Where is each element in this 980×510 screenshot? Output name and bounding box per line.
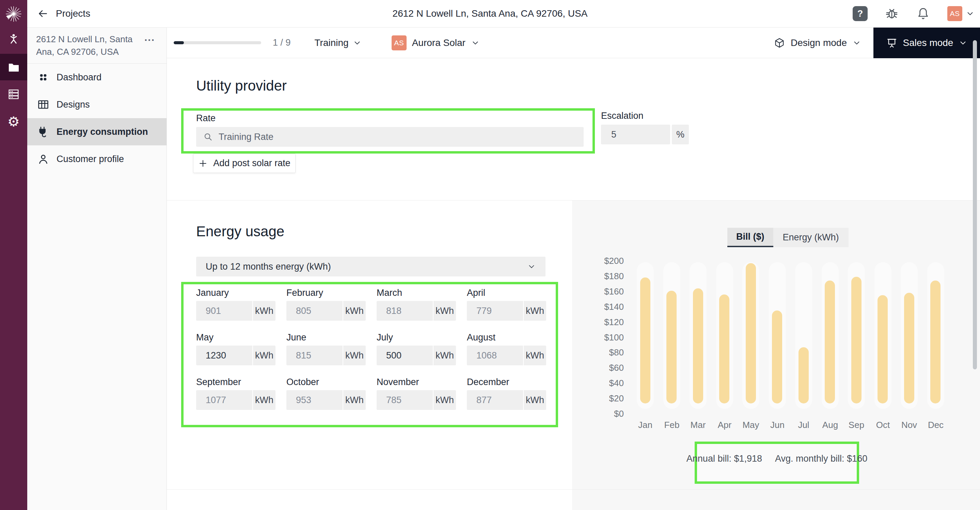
rail-library-item[interactable] xyxy=(0,81,27,108)
chevron-down-icon xyxy=(527,262,536,271)
month-label: May xyxy=(196,332,286,343)
kwh-unit-suffix: kWh xyxy=(524,390,546,410)
sidebar-item-label: Customer profile xyxy=(57,154,124,164)
kwh-unit-suffix: kWh xyxy=(433,301,456,321)
x-axis-tick-label: Oct xyxy=(870,420,896,431)
y-axis-tick-label: $80 xyxy=(572,347,624,357)
training-dropdown[interactable]: Training xyxy=(315,37,362,48)
add-post-solar-rate-label: Add post solar rate xyxy=(213,158,290,168)
sales-mode-button[interactable]: Sales mode xyxy=(873,28,980,58)
plus-icon xyxy=(198,159,208,168)
vertical-scrollbar[interactable] xyxy=(973,40,977,369)
y-axis-tick-label: $200 xyxy=(572,256,624,266)
month-value-input[interactable]: 1077 xyxy=(196,390,252,410)
month-value-input[interactable]: 901 xyxy=(196,301,252,321)
month-label: April xyxy=(467,288,557,298)
chevron-down-icon xyxy=(471,38,480,47)
designs-grid-icon xyxy=(37,98,50,111)
x-axis-tick-label: Aug xyxy=(817,420,843,431)
design-mode-dropdown[interactable]: Design mode xyxy=(761,28,873,58)
month-value-input[interactable]: 500 xyxy=(377,346,433,365)
plug-icon xyxy=(37,125,50,138)
more-options-icon[interactable]: ... xyxy=(145,32,155,43)
left-rail: ⚙ xyxy=(0,28,27,510)
x-axis: JanFebMarAprMayJunJulAugSepOctNovDec xyxy=(632,420,949,431)
x-axis-tick-label: Jun xyxy=(764,420,791,431)
month-value-input[interactable]: 1230 xyxy=(196,346,252,365)
x-axis-tick-label: Jan xyxy=(632,420,659,431)
month-field-september: September1077kWh xyxy=(196,377,286,410)
kwh-unit-suffix: kWh xyxy=(524,346,546,365)
help-icon[interactable]: ? xyxy=(853,6,868,21)
sidebar-item-energy-consumption[interactable]: Energy consumption xyxy=(27,118,167,145)
chevron-down-icon xyxy=(959,38,967,47)
y-axis-tick-label: $180 xyxy=(572,271,624,281)
month-value-input[interactable]: 877 xyxy=(467,390,523,410)
tab-bill[interactable]: Bill ($) xyxy=(727,228,773,247)
month-value-input[interactable]: 815 xyxy=(286,346,342,365)
energy-period-value: Up to 12 months energy (kWh) xyxy=(206,262,331,272)
month-value-input[interactable]: 818 xyxy=(377,301,433,321)
month-value-input[interactable]: 805 xyxy=(286,301,342,321)
project-header: 2612 N Lowell Ln, Santa Ana, CA 92706, U… xyxy=(27,28,167,64)
month-field-may: May1230kWh xyxy=(196,332,286,365)
kwh-unit-suffix: kWh xyxy=(253,301,275,321)
app-window: Projects 2612 N Lowell Ln, Santa Ana, CA… xyxy=(0,0,980,510)
month-label: June xyxy=(286,332,377,343)
y-axis-tick-label: $40 xyxy=(572,378,624,388)
month-field-june: June815kWh xyxy=(286,332,377,365)
rate-search-input[interactable]: Training Rate xyxy=(196,127,584,147)
aurora-logo[interactable] xyxy=(0,0,27,28)
org-dropdown[interactable]: AS Aurora Solar xyxy=(391,35,480,50)
chart-panel: Bill ($) Energy (kWh) $200$180$160$140$1… xyxy=(572,200,980,489)
month-field-january: January901kWh xyxy=(196,288,286,321)
sidebar-item-designs[interactable]: Designs xyxy=(27,91,167,118)
search-icon xyxy=(203,132,213,142)
page-title: 2612 N Lowell Ln, Santa Ana, CA 92706, U… xyxy=(393,0,588,27)
bar-dec xyxy=(930,281,940,404)
projects-back-link[interactable]: Projects xyxy=(56,8,90,19)
user-avatar[interactable]: AS xyxy=(947,6,962,21)
utility-heading: Utility provider xyxy=(196,78,287,94)
rate-highlight-box: Rate Training Rate xyxy=(181,108,595,154)
chart-panel-bottom xyxy=(572,489,980,510)
folder-icon xyxy=(7,60,21,74)
month-value-input[interactable]: 785 xyxy=(377,390,433,410)
month-value-input[interactable]: 779 xyxy=(467,301,523,321)
bar-mar xyxy=(693,288,703,404)
kwh-unit-suffix: kWh xyxy=(253,346,275,365)
user-menu[interactable]: AS xyxy=(947,6,975,21)
energy-period-select[interactable]: Up to 12 months energy (kWh) xyxy=(196,257,546,276)
rail-settings-item[interactable]: ⚙ xyxy=(0,108,27,135)
notifications-bell-icon[interactable] xyxy=(916,6,930,21)
y-axis-tick-label: $120 xyxy=(572,317,624,327)
sidebar-item-customer-profile[interactable]: Customer profile xyxy=(27,145,167,173)
month-value-input[interactable]: 1068 xyxy=(467,346,523,365)
chart-tabs: Bill ($) Energy (kWh) xyxy=(727,228,849,247)
kwh-unit-suffix: kWh xyxy=(343,390,366,410)
month-label: September xyxy=(196,377,286,388)
rate-label: Rate xyxy=(196,113,216,124)
rail-assistant-item[interactable] xyxy=(0,26,27,53)
kwh-unit-suffix: kWh xyxy=(253,390,275,410)
bar-apr xyxy=(719,294,729,404)
back-arrow-icon[interactable] xyxy=(37,8,48,19)
org-dropdown-label: Aurora Solar xyxy=(412,37,466,48)
bug-report-icon[interactable] xyxy=(885,6,899,21)
bar-jan xyxy=(640,278,651,404)
bar-may xyxy=(746,263,756,404)
sidebar-menu: DashboardDesignsEnergy consumptionCustom… xyxy=(27,64,167,173)
step-count: 1 / 9 xyxy=(273,37,291,48)
escalation-input[interactable]: 5 xyxy=(601,125,670,145)
annual-bill-text: Annual bill: $1,918 xyxy=(686,453,762,464)
month-field-august: August1068kWh xyxy=(467,332,557,365)
sidebar-item-label: Designs xyxy=(57,99,90,110)
presentation-screen-icon xyxy=(886,37,897,49)
sidebar-item-dashboard[interactable]: Dashboard xyxy=(27,64,167,91)
add-post-solar-rate-button[interactable]: Add post solar rate xyxy=(193,154,296,173)
x-axis-tick-label: Nov xyxy=(896,420,923,431)
month-field-march: March818kWh xyxy=(377,288,467,321)
tab-energy[interactable]: Energy (kWh) xyxy=(773,228,849,247)
month-value-input[interactable]: 953 xyxy=(286,390,342,410)
rail-projects-item[interactable] xyxy=(0,54,27,80)
